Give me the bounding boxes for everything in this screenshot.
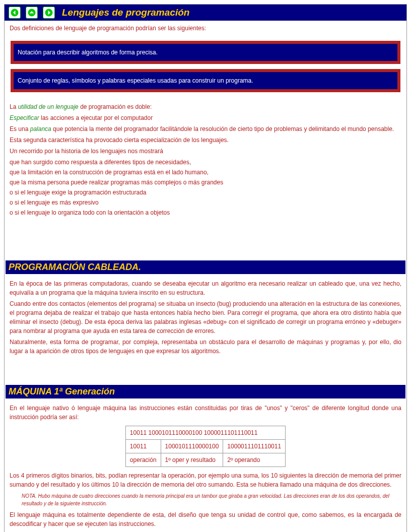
section-cableada-title: PROGRAMACIÓN CABLEADA.: [6, 260, 405, 274]
cableada-p2: Cuando entre dos contactos (elementos de…: [10, 299, 401, 336]
especificar-line: Especificar las acciones a ejecutar por …: [10, 113, 401, 122]
cableada-p1: En la época de las primeras computadoras…: [10, 279, 401, 297]
especializacion-line: Esta segunda característica ha provocado…: [10, 136, 401, 145]
utility-line: La utilidad de un lenguaje de programaci…: [10, 102, 401, 111]
arrow-up-icon: [27, 8, 36, 17]
arrow-left-icon: [10, 8, 19, 17]
maquina-p2: Los 4 primeros dígitos binarios, bits, p…: [10, 471, 401, 489]
bin-r3c2: 2º operando: [223, 453, 286, 467]
maquina-p1: En el lenguaje nativo ó lenguaje máquina…: [10, 404, 401, 422]
top-navbar: Lenguajes de programación: [5, 5, 406, 21]
bin-r2c0: 10011: [125, 440, 161, 453]
nav-up-button[interactable]: [26, 7, 38, 19]
bullet-2: que la limitación en la construcción de …: [10, 168, 401, 177]
definition-box-2: Conjunto de reglas, símbolos y palabras …: [11, 69, 400, 92]
bullet-1: que han surgido como respuesta a diferen…: [10, 158, 401, 167]
section-maquina-title: MÁQUINA 1ª Generación: [6, 385, 405, 398]
maquina-body: En el lenguaje nativo ó lenguaje máquina…: [5, 398, 406, 532]
obullet-1: o si el lenguaje exige la programación e…: [10, 188, 401, 197]
arrow-right-icon: [44, 8, 53, 17]
definition-text-1: Notación para describir algoritmos de fo…: [14, 44, 397, 61]
bin-r2c2: 1000011101110011: [223, 440, 286, 453]
maquina-note: NOTA. Hubo máquina de cuatro direcciones…: [22, 492, 389, 507]
bin-r3c0: operación: [125, 453, 161, 467]
page-title: Lenguajes de programación: [62, 7, 189, 18]
cableada-body: En la época de las primeras computadoras…: [5, 274, 406, 361]
recorrido-line: Un recorrido por la historia de los leng…: [10, 147, 401, 156]
nav-forward-button[interactable]: [43, 7, 55, 19]
bin-r3c1: 1º oper y resultado: [161, 453, 223, 467]
bin-r2c1: 1000101110000100: [161, 440, 223, 453]
intro-text: Dos definiciones de lenguaje de programa…: [5, 21, 406, 36]
bin-fullrow: 10011 1000101110000100 1000011101110011: [125, 426, 285, 440]
utility-em: utilidad de un lenguaje: [18, 103, 79, 110]
obullet-2: o si el lenguaje es más expresivo: [10, 198, 401, 207]
binary-table: 10011 1000101110000100 1000011101110011 …: [125, 426, 286, 467]
definition-box-1: Notación para describir algoritmos de fo…: [11, 41, 400, 64]
especificar-em: Especificar: [10, 114, 39, 121]
definition-text-2: Conjunto de reglas, símbolos y palabras …: [14, 72, 397, 89]
bullet-3: que la misma persona puede realizar prog…: [10, 178, 401, 187]
page-container: Lenguajes de programación Dos definicion…: [4, 4, 407, 532]
palanca-em: palanca: [30, 125, 51, 132]
obullet-3: o si el lenguaje lo organiza todo con la…: [10, 208, 401, 217]
palanca-line: Es una palanca que potencia la mente del…: [10, 124, 401, 134]
body-block: La utilidad de un lenguaje de programaci…: [5, 97, 406, 221]
nav-back-button[interactable]: [9, 7, 21, 19]
maquina-p3: El lenguaje máquina es totalmente depend…: [10, 510, 401, 528]
cableada-p3: Naturalmente, esta forma de programar, p…: [10, 338, 401, 356]
